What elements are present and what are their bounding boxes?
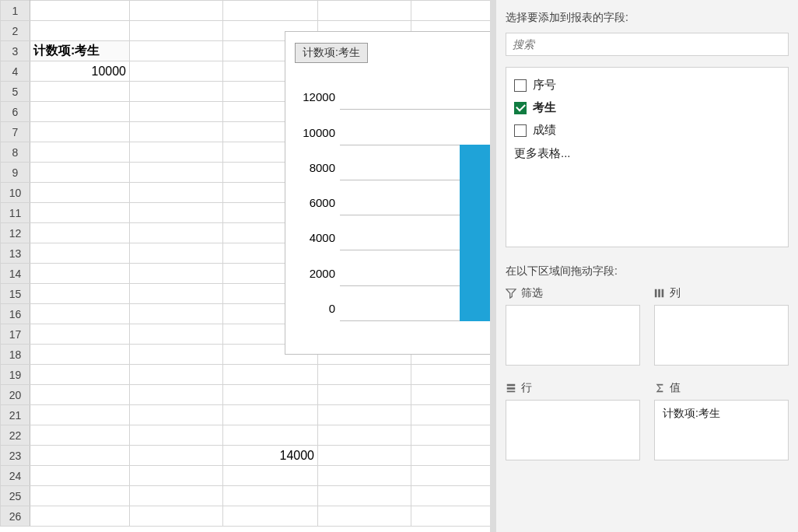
row-header[interactable]: 25 [1, 486, 30, 506]
cell[interactable] [30, 223, 130, 243]
cell[interactable] [130, 506, 223, 527]
cell[interactable] [30, 345, 130, 365]
field-item-seq[interactable]: 序号 [514, 74, 780, 96]
area-rows[interactable]: 行 [506, 381, 640, 460]
row-header[interactable]: 4 [1, 61, 30, 82]
cell[interactable] [30, 446, 130, 466]
cell[interactable] [130, 243, 223, 264]
area-drop-zone[interactable] [654, 305, 789, 366]
worksheet-area[interactable]: 1 2 3计数项:考生 410000 5 6 7 8 9 10 11 12 13… [0, 0, 496, 532]
row-header[interactable]: 19 [1, 365, 30, 385]
row-header[interactable]: 9 [1, 163, 30, 183]
cell[interactable] [30, 102, 130, 122]
cell[interactable] [130, 385, 223, 405]
field-item-score[interactable]: 成绩 [514, 119, 780, 142]
row-header[interactable]: 12 [1, 223, 30, 243]
cell[interactable] [30, 1, 130, 21]
cell[interactable] [30, 506, 130, 527]
pivot-value-cell[interactable]: 10000 [30, 61, 130, 82]
row-header[interactable]: 2 [1, 21, 30, 41]
cell[interactable] [30, 405, 130, 425]
cell[interactable] [130, 122, 223, 142]
cell[interactable] [30, 82, 130, 102]
checkbox-icon[interactable] [514, 124, 527, 137]
row-header[interactable]: 15 [1, 284, 30, 304]
cell[interactable] [130, 41, 223, 61]
cell[interactable] [318, 446, 411, 466]
cell[interactable] [130, 82, 223, 102]
row-header[interactable]: 14 [1, 264, 30, 284]
cell[interactable] [30, 163, 130, 183]
row-header[interactable]: 7 [1, 122, 30, 142]
row-header[interactable]: 24 [1, 466, 30, 486]
area-filters[interactable]: 筛选 [506, 286, 640, 366]
field-search-input[interactable] [506, 35, 788, 54]
cell[interactable] [30, 203, 130, 223]
checkbox-icon[interactable] [514, 79, 527, 92]
pivot-header-cell[interactable]: 计数项:考生 [30, 41, 130, 61]
cell[interactable] [223, 425, 318, 446]
row-header[interactable]: 3 [1, 41, 30, 61]
cell[interactable] [30, 142, 130, 163]
cell[interactable] [318, 385, 411, 405]
row-header[interactable]: 22 [1, 425, 30, 446]
cell[interactable] [223, 385, 318, 405]
cell[interactable] [130, 365, 223, 385]
row-header[interactable]: 6 [1, 102, 30, 122]
row-header[interactable]: 1 [1, 1, 30, 21]
cell[interactable] [30, 264, 130, 284]
row-header[interactable]: 26 [1, 506, 30, 527]
row-header[interactable]: 10 [1, 183, 30, 203]
area-drop-zone[interactable]: 计数项:考生 [654, 400, 789, 460]
row-header[interactable]: 17 [1, 324, 30, 345]
cell[interactable] [223, 506, 318, 527]
cell[interactable] [30, 425, 130, 446]
cell[interactable] [130, 142, 223, 163]
cell[interactable] [318, 425, 411, 446]
area-drop-zone[interactable] [506, 305, 640, 366]
cell-extra-value[interactable]: 14000 [223, 446, 318, 466]
cell[interactable] [130, 324, 223, 345]
row-header[interactable]: 11 [1, 203, 30, 223]
row-header[interactable]: 8 [1, 142, 30, 163]
cell[interactable] [30, 385, 130, 405]
cell[interactable] [130, 102, 223, 122]
area-columns[interactable]: 列 [654, 286, 789, 366]
cell[interactable] [130, 425, 223, 446]
cell[interactable] [318, 506, 411, 527]
cell[interactable] [223, 365, 318, 385]
checkbox-checked-icon[interactable] [514, 102, 527, 114]
more-tables-link[interactable]: 更多表格... [514, 142, 780, 166]
cell[interactable] [30, 122, 130, 142]
row-header[interactable]: 13 [1, 243, 30, 264]
cell[interactable] [318, 1, 411, 21]
cell[interactable] [130, 1, 223, 21]
cell[interactable] [30, 304, 130, 324]
area-values[interactable]: 值 计数项:考生 [654, 381, 789, 460]
cell[interactable] [223, 1, 318, 21]
cell[interactable] [130, 223, 223, 243]
cell[interactable] [130, 446, 223, 466]
cell[interactable] [223, 486, 318, 506]
cell[interactable] [30, 183, 130, 203]
row-header[interactable]: 5 [1, 82, 30, 102]
row-header[interactable]: 21 [1, 405, 30, 425]
field-list[interactable]: 序号 考生 成绩 更多表格... [506, 67, 789, 247]
cell[interactable] [130, 61, 223, 82]
value-field-pill[interactable]: 计数项:考生 [658, 404, 785, 424]
cell[interactable] [318, 486, 411, 506]
cell[interactable] [130, 203, 223, 223]
cell[interactable] [318, 365, 411, 385]
cell[interactable] [130, 486, 223, 506]
cell[interactable] [130, 466, 223, 486]
cell[interactable] [30, 284, 130, 304]
area-drop-zone[interactable] [506, 400, 640, 460]
row-header[interactable]: 20 [1, 385, 30, 405]
cell[interactable] [30, 324, 130, 345]
cell[interactable] [30, 21, 130, 41]
row-header[interactable]: 18 [1, 345, 30, 365]
cell[interactable] [130, 304, 223, 324]
cell[interactable] [130, 345, 223, 365]
cell[interactable] [130, 405, 223, 425]
cell[interactable] [130, 284, 223, 304]
